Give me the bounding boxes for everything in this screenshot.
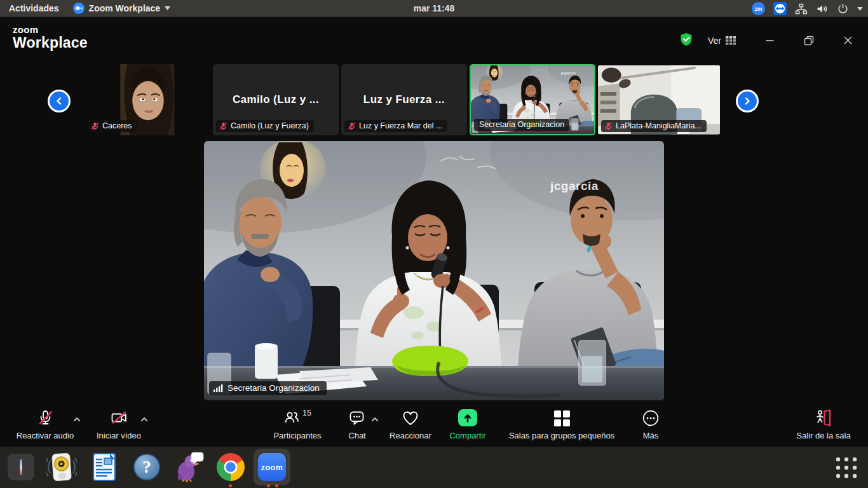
libreoffice-writer-app-icon[interactable] <box>89 452 119 482</box>
share-icon <box>458 409 477 426</box>
participants-button[interactable]: 15 Participantes <box>266 409 329 440</box>
chrome-running-dot <box>229 484 232 487</box>
chat-button[interactable]: Chat <box>340 409 374 440</box>
window-header: zoom Workplace Ver <box>0 17 868 64</box>
breakout-rooms-button[interactable]: Salas para grupos pequeños <box>499 409 624 440</box>
participant-name-tag: Camilo (Luz y Fuerza) <box>216 120 314 132</box>
wired-network-icon[interactable] <box>795 3 808 15</box>
muted-video-icon <box>111 409 128 426</box>
leave-room-icon <box>815 409 832 426</box>
zoom-window: zoom Workplace Ver <box>0 17 868 447</box>
meeting-security-shield-icon[interactable] <box>680 32 693 48</box>
svg-text:?: ? <box>142 458 151 477</box>
chrome-app-icon[interactable] <box>215 452 246 482</box>
zoom-app-icon[interactable]: zoom <box>257 452 287 482</box>
breakout-rooms-icon <box>554 410 570 426</box>
restore-button[interactable] <box>804 36 814 46</box>
chat-options-chevron[interactable] <box>370 414 379 422</box>
share-screen-button[interactable]: Compartir <box>444 409 491 440</box>
activity-bar-app-icon[interactable] <box>6 452 36 482</box>
leave-meeting-button[interactable]: Salir de la sala <box>788 409 859 440</box>
activities-button[interactable]: Actividades <box>9 3 59 13</box>
unmute-button[interactable]: Reactivar audio <box>8 409 83 440</box>
participants-count: 15 <box>302 409 311 417</box>
app-menu-button[interactable]: Zoom Workplace <box>73 3 171 14</box>
zoom-running-dot <box>267 484 270 487</box>
pidgin-app-icon[interactable] <box>173 452 204 482</box>
system-menu-chevron-icon[interactable] <box>857 7 863 11</box>
desktop: Actividades Zoom Workplace mar 11:48 zm <box>0 0 868 488</box>
muted-mic-icon <box>604 122 613 130</box>
view-button[interactable]: Ver <box>708 36 736 46</box>
participant-tile-laplata[interactable]: LaPlata-ManigliaMaria... <box>598 64 720 135</box>
chevron-down-icon <box>165 6 170 10</box>
audio-options-chevron[interactable] <box>72 414 81 422</box>
heart-icon <box>402 410 419 426</box>
next-participants-arrow[interactable] <box>736 90 759 112</box>
muted-mic-icon <box>37 409 54 426</box>
teamviewer-tray-icon[interactable] <box>773 2 787 15</box>
participant-tile-camilo[interactable]: Camilo (Luz y ... Camilo (Luz y Fuerza) <box>213 64 339 135</box>
show-applications-grid-icon[interactable] <box>831 452 862 483</box>
participant-name-tag: Secretaria Organizacion <box>474 119 569 131</box>
volume-icon[interactable] <box>816 3 829 15</box>
participant-tile-caceres[interactable]: Caceres <box>85 64 210 135</box>
react-button[interactable]: Reaccionar <box>384 409 437 440</box>
meeting-toolbar: Reactivar audio Iniciar vídeo <box>0 402 868 447</box>
minimize-button[interactable] <box>765 36 775 45</box>
video-options-chevron[interactable] <box>140 414 149 422</box>
audio-bars-icon <box>214 384 223 392</box>
participant-name-tag: Luz y Fuerza Mar del ... <box>344 120 447 132</box>
muted-mic-icon <box>91 122 99 130</box>
app-menu-label: Zoom Workplace <box>89 3 161 13</box>
participants-icon <box>283 409 300 426</box>
more-button[interactable]: Más <box>637 409 665 440</box>
participant-name-tag: LaPlata-ManigliaMaria... <box>601 120 707 132</box>
gnome-topbar: Actividades Zoom Workplace mar 11:48 zm <box>0 0 868 17</box>
zoom-running-dot <box>275 484 278 487</box>
participant-filmstrip: Caceres Camilo (Luz y ... Camilo (Luz y … <box>0 64 868 137</box>
zoom-tray-icon[interactable]: zm <box>752 2 765 15</box>
main-speaker-video[interactable]: jcgarcia Secretaria Organizacion <box>204 141 664 400</box>
active-speaker-name-tag: Secretaria Organizacion <box>209 381 327 395</box>
muted-mic-icon <box>219 122 227 130</box>
participant-tile-secretaria-organizacion[interactable]: jcgarcia Secretaria Organizacion <box>470 64 595 135</box>
conference-scene <box>204 141 664 400</box>
participant-tile-luz-y-fuerza[interactable]: Luz y Fuerza ... Luz y Fuerza Mar del ..… <box>341 64 467 135</box>
gallery-view-icon <box>726 36 736 45</box>
close-button[interactable] <box>843 36 853 45</box>
zoom-app-badge-icon <box>73 3 85 14</box>
zoom-workplace-logo: zoom Workplace <box>13 25 88 50</box>
muted-mic-icon <box>348 122 356 130</box>
previous-participants-arrow[interactable] <box>48 90 71 112</box>
chat-icon <box>349 410 365 426</box>
audio-player-app-icon[interactable] <box>46 452 77 482</box>
power-icon[interactable] <box>837 3 849 15</box>
participant-name-tag: Caceres <box>88 120 137 132</box>
clock[interactable]: mar 11:48 <box>396 3 472 13</box>
help-app-icon[interactable]: ? <box>132 452 162 482</box>
more-ellipsis-icon <box>642 410 659 426</box>
svg-text:zoom: zoom <box>261 463 283 472</box>
svg-text:zm: zm <box>755 6 763 12</box>
view-label: Ver <box>708 36 721 46</box>
ubuntu-dock: ? <box>0 447 868 488</box>
